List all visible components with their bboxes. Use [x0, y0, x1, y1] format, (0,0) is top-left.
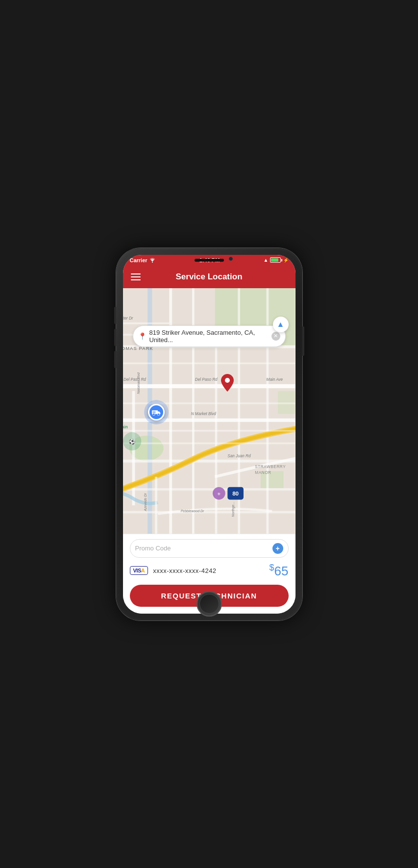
svg-text:Pebblewood Dr: Pebblewood Dr — [180, 509, 204, 513]
plus-icon: + — [275, 545, 279, 552]
svg-rect-23 — [123, 362, 169, 364]
svg-text:Azevedo Dr: Azevedo Dr — [143, 493, 147, 511]
phone-screen: Carrier 1:46 PM ▲ ⚡ — [123, 255, 295, 614]
menu-button[interactable] — [131, 273, 141, 280]
svg-rect-10 — [192, 288, 195, 534]
svg-point-58 — [152, 413, 155, 416]
svg-rect-7 — [123, 384, 295, 388]
address-search-bar[interactable]: 📍 819 Striker Avenue, Sacramento, CA, Un… — [133, 325, 286, 347]
speaker — [195, 259, 224, 262]
svg-rect-26 — [123, 430, 295, 431]
map-background: 80 ✳ Club Center Dr NATOMAS PARK VALLEY … — [123, 288, 295, 534]
svg-text:Main Ave: Main Ave — [266, 377, 283, 381]
wifi-icon — [149, 258, 156, 263]
svg-rect-14 — [295, 288, 295, 534]
location-icon: ▲ — [264, 257, 269, 263]
promo-placeholder[interactable]: Promo Code — [135, 545, 272, 552]
address-text[interactable]: 819 Striker Avenue, Sacramento, CA, Unit… — [149, 329, 271, 344]
svg-rect-16 — [123, 459, 295, 462]
destination-pin — [221, 374, 234, 394]
card-number: xxxx-xxxx-xxxx-4242 — [153, 567, 269, 574]
svg-text:Natomas Blvd: Natomas Blvd — [136, 372, 140, 394]
carrier-info: Carrier — [130, 257, 156, 263]
visa-text-a: A — [141, 568, 145, 573]
svg-rect-17 — [123, 488, 295, 491]
home-button[interactable] — [197, 591, 222, 617]
promo-add-button[interactable]: + — [272, 543, 283, 554]
svg-rect-9 — [169, 288, 172, 534]
navigation-button[interactable]: ▲ — [273, 317, 289, 332]
svg-text:Northge...: Northge... — [231, 501, 235, 517]
menu-line-1 — [131, 273, 141, 274]
menu-line-2 — [131, 276, 141, 277]
app-screen: Carrier 1:46 PM ▲ ⚡ — [123, 255, 295, 614]
svg-text:Club Center Dr: Club Center Dr — [123, 316, 133, 321]
price-display: $65 — [270, 563, 289, 579]
visa-text: VIS — [133, 568, 141, 573]
svg-rect-60 — [152, 411, 155, 413]
location-pin-icon: 📍 — [138, 332, 147, 340]
svg-rect-5 — [277, 391, 295, 414]
battery-indicator — [270, 257, 281, 263]
visa-badge: VISA — [130, 566, 148, 575]
charging-icon: ⚡ — [283, 258, 289, 263]
menu-line-3 — [131, 279, 141, 280]
svg-rect-24 — [169, 362, 295, 364]
app-header: Service Location — [123, 266, 295, 288]
svg-text:Del Paso Rd: Del Paso Rd — [195, 377, 217, 381]
carrier-label: Carrier — [130, 257, 148, 263]
svg-text:⚽: ⚽ — [129, 439, 136, 445]
price-currency: $ — [270, 563, 274, 572]
page-title: Service Location — [141, 272, 278, 282]
home-button-inner — [199, 594, 219, 614]
clear-address-button[interactable]: ✕ — [271, 332, 280, 341]
svg-rect-20 — [155, 476, 157, 534]
status-indicators: ▲ ⚡ — [264, 257, 289, 263]
svg-point-56 — [225, 378, 230, 383]
svg-rect-27 — [123, 442, 295, 444]
promo-code-row[interactable]: Promo Code + — [130, 539, 289, 558]
battery-fill — [271, 258, 278, 262]
svg-text:N Market Blvd: N Market Blvd — [191, 411, 216, 416]
svg-text:MANOR: MANOR — [255, 470, 271, 474]
payment-row: VISA xxxx-xxxx-xxxx-4242 $65 — [130, 563, 289, 579]
truck-circle — [148, 404, 165, 421]
svg-point-59 — [157, 413, 160, 416]
price-amount: 65 — [274, 564, 289, 578]
svg-text:STRAWBERRY: STRAWBERRY — [255, 465, 286, 469]
svg-rect-13 — [266, 288, 269, 534]
front-camera — [229, 257, 233, 261]
svg-text:Sleep Train: Sleep Train — [123, 424, 128, 429]
pin-svg — [221, 374, 234, 392]
svg-rect-11 — [215, 345, 217, 534]
svg-rect-21 — [123, 322, 169, 323]
navigation-arrow-icon: ▲ — [277, 320, 285, 329]
svg-point-0 — [152, 262, 153, 263]
svg-text:80: 80 — [232, 490, 239, 496]
truck-icon — [152, 409, 161, 416]
svg-text:Del Paso Rd: Del Paso Rd — [123, 377, 146, 381]
map-container[interactable]: 📍 819 Striker Avenue, Sacramento, CA, Un… — [123, 288, 295, 534]
svg-text:San Juan Rd: San Juan Rd — [227, 454, 251, 458]
phone-frame: Carrier 1:46 PM ▲ ⚡ — [116, 248, 302, 620]
svg-text:✳: ✳ — [217, 492, 221, 496]
